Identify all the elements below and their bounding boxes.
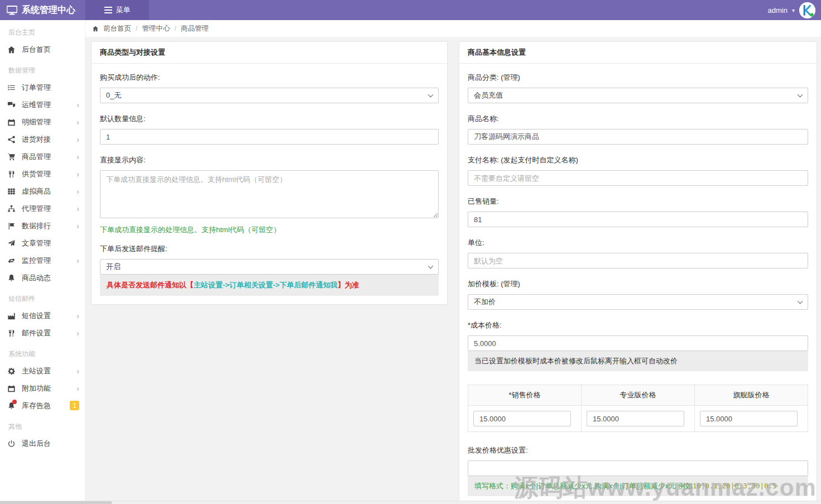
main-area: 前台首页 / 管理中心 / 商品管理 商品类型与对接设置 购买成功后的动作: 0…	[85, 20, 821, 504]
sidebar: 后台主页 后台首页 数据管理 订单管理 运维管理 › 明细管理 › 进货对接 ›…	[0, 20, 85, 501]
header-spacer	[149, 0, 768, 20]
wholesale-input[interactable]	[468, 460, 808, 476]
breadcrumb-center[interactable]: 管理中心	[142, 24, 170, 33]
home-icon	[92, 26, 99, 32]
sidebar-item-ops[interactable]: 运维管理 ›	[0, 96, 85, 113]
pay-name-input[interactable]	[468, 170, 808, 186]
sidebar-section-data: 数据管理	[0, 58, 85, 79]
calendar-icon	[7, 118, 16, 127]
user-dropdown[interactable]: admin ▾	[768, 0, 821, 20]
sidebar-item-monitor[interactable]: 监控管理 ›	[0, 252, 85, 269]
notice-settings-link[interactable]: 主站设置->订单相关设置->下单后邮件通知我	[194, 281, 338, 289]
email-reminder-select[interactable]: 开启	[100, 259, 439, 275]
selected-value: 0_无	[106, 90, 121, 100]
sidebar-item-purchase-link[interactable]: 进货对接 ›	[0, 131, 85, 148]
sitemap-icon	[7, 204, 16, 213]
sidebar-item-goods-news[interactable]: 商品动态	[0, 269, 85, 286]
app-brand[interactable]: 系统管理中心	[0, 0, 85, 20]
price-table: *销售价格 专业版价格 旗舰版价格	[468, 385, 808, 432]
cart-icon	[7, 152, 16, 161]
unit-input[interactable]	[468, 253, 808, 268]
sidebar-item-virtual[interactable]: 虚拟商品 ›	[0, 183, 85, 200]
wholesale-example-code: 10|0.1,20|0.3,30|0.5	[693, 482, 777, 490]
chevron-right-icon: ›	[76, 222, 79, 230]
goods-name-input[interactable]	[468, 129, 808, 145]
retweet-icon	[7, 256, 16, 265]
sidebar-item-site-settings[interactable]: 主站设置 ›	[0, 362, 85, 380]
home-icon	[7, 45, 16, 54]
sidebar-item-agent[interactable]: 代理管理 ›	[0, 200, 85, 217]
chevron-right-icon: ›	[76, 257, 79, 265]
paper-plane-icon	[7, 239, 16, 248]
sidebar-item-sms-settings[interactable]: 短信设置 ›	[0, 307, 85, 324]
grid-icon	[7, 187, 16, 196]
chevron-right-icon: ›	[76, 118, 79, 126]
category-select[interactable]: 会员充值	[468, 88, 808, 103]
stock-alert-badge: 1	[70, 401, 79, 410]
markup-template-select[interactable]: 不加价	[468, 294, 808, 310]
user-name: admin	[768, 6, 788, 15]
industry-icon	[7, 311, 16, 320]
chevron-right-icon: ›	[76, 312, 79, 320]
chevron-right-icon: ›	[76, 385, 79, 392]
sidebar-section-system: 系统功能	[0, 342, 85, 362]
scrollbar-thumb[interactable]	[0, 501, 112, 504]
sidebar-item-supply[interactable]: 供货管理 ›	[0, 165, 85, 183]
sidebar-item-mail-settings[interactable]: 邮件设置 ›	[0, 324, 85, 342]
pay-name-label: 支付名称: (发起支付时自定义名称)	[468, 155, 808, 165]
selected-value: 不加价	[474, 297, 496, 307]
sidebar-item-orders[interactable]: 订单管理	[0, 79, 85, 96]
pro-price-input[interactable]	[587, 411, 684, 426]
sidebar-item-articles[interactable]: 文章管理	[0, 234, 85, 252]
wholesale-hint: 填写格式：购满x个|订单总额减少x元,购满x个|订单总额减少x元 例如10|0.…	[468, 476, 808, 496]
panel-type-settings: 商品类型与对接设置 购买成功后的动作: 0_无 默认数量信息: 直接显示内容:	[91, 41, 448, 305]
cutlery-icon	[7, 170, 16, 179]
default-qty-input[interactable]	[100, 129, 439, 145]
panel-title: 商品类型与对接设置	[92, 42, 447, 64]
sidebar-item-backend-home[interactable]: 后台首页	[0, 41, 85, 58]
notice-suffix: 】为准	[338, 281, 359, 289]
cost-price-input[interactable]	[468, 335, 808, 351]
chevron-down-icon	[798, 299, 803, 304]
after-purchase-action-select[interactable]: 0_无	[100, 88, 439, 103]
email-reminder-label: 下单后发送邮件提醒:	[100, 244, 439, 254]
sidebar-section-other: 其他	[0, 414, 85, 435]
breadcrumb: 前台首页 / 管理中心 / 商品管理	[85, 20, 821, 37]
sidebar-item-addons[interactable]: 附加功能 ›	[0, 380, 85, 397]
unit-label: 单位:	[468, 238, 808, 248]
direct-content-textarea[interactable]	[100, 170, 439, 218]
chevron-right-icon: ›	[76, 367, 79, 375]
menu-label: 菜单	[116, 5, 131, 15]
category-label: 商品分类: (管理)	[468, 73, 808, 83]
chevron-down-icon: ▾	[792, 7, 795, 13]
sale-price-input[interactable]	[473, 411, 571, 426]
breadcrumb-separator: /	[174, 25, 176, 32]
chevron-right-icon: ›	[76, 329, 79, 337]
notice-prefix: 具体是否发送邮件通知以【	[107, 281, 194, 289]
cost-price-hint: 当已设置加价模板时成本价被修改后鼠标离开输入框可自动改价	[468, 351, 808, 371]
horizontal-scrollbar[interactable]	[0, 501, 821, 504]
sold-count-label: 已售销量:	[468, 196, 808, 207]
sold-count-input[interactable]	[468, 212, 808, 227]
sidebar-section-sms-mail: 短信邮件	[0, 286, 85, 307]
top-header: 系统管理中心 菜单 admin ▾	[0, 0, 821, 20]
panel-basic-info: 商品基本信息设置 商品分类: (管理) 会员充值 商品名称: 支付名称: (发起…	[459, 41, 817, 504]
page-content: 商品类型与对接设置 购买成功后的动作: 0_无 默认数量信息: 直接显示内容:	[85, 37, 821, 504]
chevron-right-icon: ›	[76, 101, 79, 109]
flag-icon	[7, 222, 16, 231]
default-qty-label: 默认数量信息:	[100, 114, 439, 124]
avatar[interactable]	[799, 2, 815, 18]
breadcrumb-home[interactable]: 前台首页	[103, 24, 131, 33]
bell-icon	[7, 273, 16, 282]
sidebar-item-goods[interactable]: 商品管理 ›	[0, 148, 85, 165]
chevron-right-icon: ›	[76, 153, 79, 161]
sidebar-item-stock-alert[interactable]: 库存告急 1	[0, 397, 85, 414]
sidebar-item-logout[interactable]: 退出后台	[0, 435, 85, 452]
flagship-price-input[interactable]	[700, 411, 798, 426]
sidebar-item-detail[interactable]: 明细管理 ›	[0, 113, 85, 131]
gear-icon	[7, 367, 16, 376]
chevron-right-icon: ›	[76, 170, 79, 178]
sidebar-item-ranking[interactable]: 数据排行 ›	[0, 217, 85, 234]
monitor-icon	[7, 6, 17, 15]
menu-button[interactable]: 菜单	[85, 0, 149, 20]
